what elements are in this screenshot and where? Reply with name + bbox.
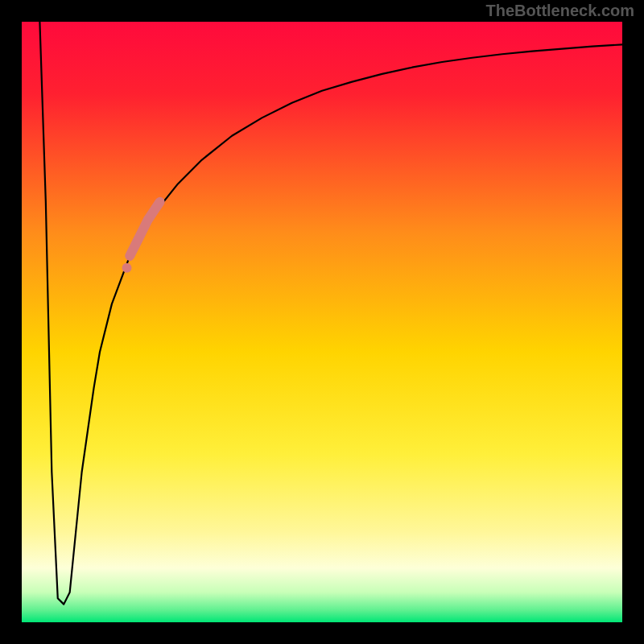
chart-svg	[22, 22, 622, 622]
background-gradient	[22, 22, 622, 622]
watermark-text: TheBottleneck.com	[486, 2, 634, 20]
data-point-highlight-dot	[122, 263, 132, 273]
plot-area	[22, 22, 622, 622]
chart-container: TheBottleneck.com	[0, 0, 644, 644]
